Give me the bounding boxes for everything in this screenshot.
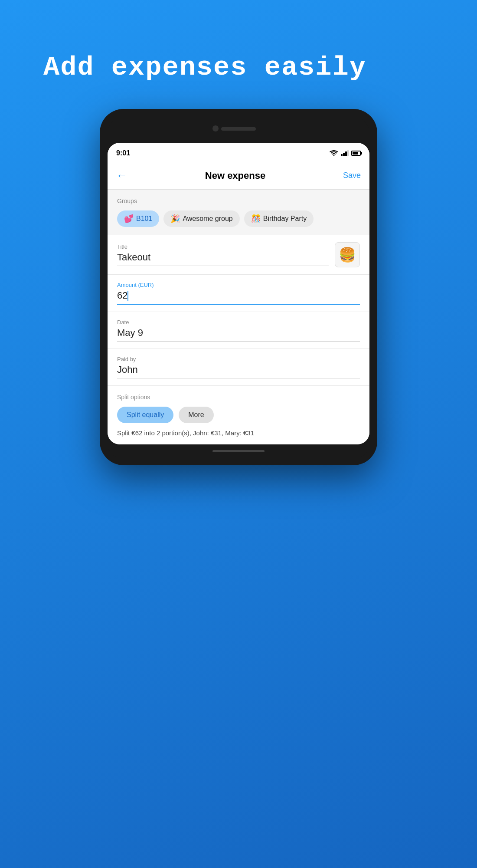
more-button[interactable]: More — [179, 407, 213, 423]
split-buttons: Split equally More — [117, 407, 360, 423]
svg-rect-2 — [345, 151, 347, 156]
amount-label: Amount (EUR) — [117, 282, 360, 288]
groups-section: Groups 💕 B101 🎉 Awesome group 🎊 Birthday… — [108, 190, 369, 235]
phone-bottom — [108, 444, 369, 457]
paid-by-field[interactable]: Paid by John — [108, 349, 369, 386]
text-cursor — [127, 291, 128, 301]
amount-underline — [117, 304, 360, 305]
split-options-label: Split options — [117, 394, 360, 401]
signal-icon — [341, 150, 349, 156]
svg-rect-3 — [347, 150, 349, 156]
group-name-awesome: Awesome group — [183, 215, 232, 223]
title-field[interactable]: Title Takeout 🍔 — [108, 235, 369, 275]
paid-by-value: John — [117, 364, 360, 375]
groups-label: Groups — [117, 197, 360, 204]
group-name-b101: B101 — [136, 215, 152, 223]
paid-by-label: Paid by — [117, 356, 360, 362]
status-icons — [330, 150, 361, 156]
svg-rect-1 — [343, 153, 345, 156]
title-label: Title — [117, 243, 329, 250]
amount-field[interactable]: Amount (EUR) 62 — [108, 275, 369, 312]
back-button[interactable]: ← — [116, 169, 127, 182]
group-chip-birthday[interactable]: 🎊 Birthday Party — [244, 210, 314, 227]
phone-screen: 9:01 — [108, 143, 369, 444]
status-bar: 9:01 — [108, 143, 369, 162]
app-header: ← New expense Save — [108, 162, 369, 190]
camera-dot — [212, 125, 219, 132]
svg-rect-0 — [341, 154, 343, 156]
group-chip-b101[interactable]: 💕 B101 — [117, 210, 159, 227]
page-title: New expense — [205, 170, 265, 181]
amount-value: 62 — [117, 290, 360, 301]
paid-by-underline — [117, 378, 360, 378]
split-info-text: Split €62 into 2 portion(s), John: €31, … — [117, 429, 360, 437]
groups-chips: 💕 B101 🎉 Awesome group 🎊 Birthday Party — [117, 210, 360, 227]
status-time: 9:01 — [116, 149, 130, 157]
wifi-icon — [330, 150, 338, 156]
group-name-birthday: Birthday Party — [263, 215, 307, 223]
date-underline — [117, 341, 360, 342]
battery-icon — [351, 151, 361, 156]
title-value: Takeout — [117, 252, 329, 263]
phone-mockup: 9:01 — [100, 109, 377, 465]
home-indicator — [212, 450, 265, 452]
group-emoji-birthday: 🎊 — [251, 214, 261, 224]
phone-notch — [108, 117, 369, 143]
title-emoji: 🍔 — [339, 247, 356, 263]
date-value: May 9 — [117, 327, 360, 339]
group-chip-awesome[interactable]: 🎉 Awesome group — [163, 210, 239, 227]
save-button[interactable]: Save — [343, 171, 361, 180]
title-emoji-thumbnail: 🍔 — [335, 242, 360, 267]
title-underline — [117, 266, 329, 266]
group-emoji-awesome: 🎉 — [170, 214, 180, 224]
split-options-section: Split options Split equally More Split €… — [108, 386, 369, 444]
speaker-bar — [221, 127, 256, 131]
hero-title: Add expenses easily — [43, 52, 366, 83]
date-field[interactable]: Date May 9 — [108, 312, 369, 349]
group-emoji-b101: 💕 — [124, 214, 134, 224]
split-equally-button[interactable]: Split equally — [117, 407, 173, 423]
date-label: Date — [117, 319, 360, 326]
